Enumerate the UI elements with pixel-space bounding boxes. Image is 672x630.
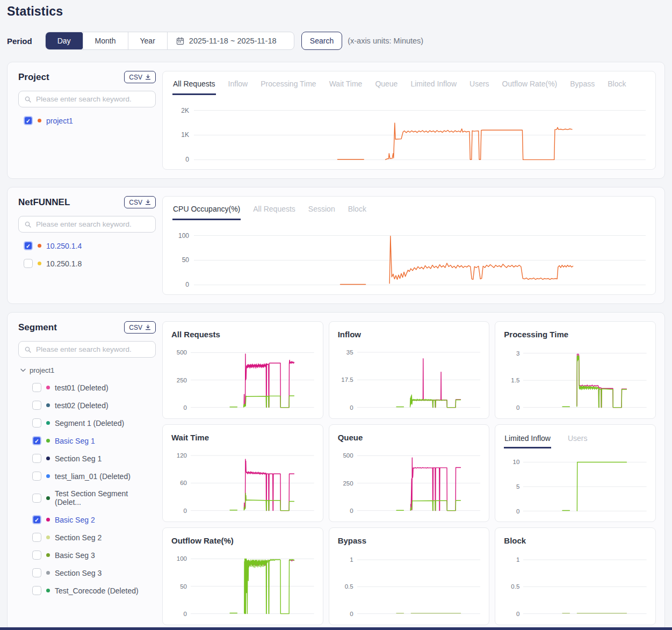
inflow-card: Inflow 3517.50: [329, 321, 490, 419]
netfunnel-panel-title: NetFUNNEL: [18, 197, 70, 208]
chart-tab[interactable]: Limited Inflow: [504, 433, 551, 448]
netfunnel-chart: 100500: [172, 226, 646, 290]
project-tree-item[interactable]: project1: [24, 116, 156, 125]
tree-item-label: Test Section Segment (Delet...: [55, 489, 156, 506]
project-search-input[interactable]: [36, 95, 150, 103]
chart-tab[interactable]: Block: [607, 78, 626, 95]
segment-tree-root[interactable]: project1: [20, 366, 156, 374]
segment-panel-title: Segment: [18, 322, 57, 333]
chart-tab[interactable]: All Requests: [252, 204, 296, 220]
segment-tree-item[interactable]: Section Seg 3: [32, 568, 156, 577]
series-color-dot: [38, 262, 41, 265]
series-color-dot: [46, 535, 50, 539]
mini-chart-title: Inflow: [338, 330, 481, 339]
segment-csv-button[interactable]: CSV: [124, 321, 156, 334]
segment-tree-item[interactable]: Section Seg 1: [32, 454, 156, 463]
chart-tab[interactable]: Wait Time: [329, 78, 363, 95]
checkbox[interactable]: [32, 436, 41, 445]
series-color-dot: [46, 457, 50, 460]
mini-chart-title: Processing Time: [504, 330, 647, 339]
chart-tab[interactable]: Session: [308, 204, 336, 220]
netfunnel-chart-tabs: CPU Occupancy(%)All RequestsSessionBlock: [172, 204, 646, 220]
chart-tab[interactable]: Inflow: [228, 78, 249, 95]
checkbox[interactable]: [32, 383, 41, 392]
tree-item-label: test01 (Deleted): [55, 383, 109, 392]
checkbox[interactable]: [32, 568, 41, 577]
calendar-icon: [176, 37, 184, 45]
checkbox[interactable]: [32, 533, 41, 542]
segment-search-input[interactable]: [36, 345, 150, 353]
outflow-rate-chart: 100500: [171, 549, 314, 619]
netfunnel-tree-item[interactable]: 10.250.1.4: [24, 241, 156, 250]
y-axis: 2K1K0: [172, 100, 194, 165]
period-option-button[interactable]: Month: [83, 32, 128, 49]
chart-tab[interactable]: Bypass: [569, 78, 595, 95]
series-color-dot: [46, 386, 50, 389]
segment-tree-item[interactable]: test02 (Deleted): [32, 401, 156, 410]
checkbox[interactable]: [32, 418, 41, 428]
chevron-down-icon: [20, 368, 26, 372]
chart-tab[interactable]: Outflow Rate(%): [502, 78, 558, 95]
series-color-dot: [46, 403, 50, 407]
segment-tree-item[interactable]: Test Section Segment (Delet...: [32, 489, 156, 506]
segment-tree: project1 test01 (Deleted) test02 (Delete…: [18, 366, 156, 595]
all-requests-card: All Requests 5002500: [162, 321, 323, 419]
period-option-button[interactable]: Day: [45, 32, 83, 50]
segment-tree-item[interactable]: test01 (Deleted): [32, 383, 156, 392]
wait-time-chart: 120600: [171, 446, 314, 516]
project-csv-button[interactable]: CSV: [124, 71, 156, 83]
segment-tree-item[interactable]: Segment 1 (Deleted): [32, 418, 156, 428]
series-color-dot: [46, 439, 50, 443]
segment-tree-item[interactable]: Basic Seg 1: [32, 436, 156, 445]
checkbox[interactable]: [32, 401, 41, 410]
outflow-rate-card: Outflow Rate(%) 100500: [162, 527, 323, 625]
series-color-dot: [46, 496, 50, 500]
checkbox[interactable]: [32, 472, 41, 481]
segment-tree-item[interactable]: Section Seg 2: [32, 533, 156, 542]
block-card: Block 10.50: [495, 527, 656, 625]
limited-inflow-card: Limited InflowUsers 1050: [495, 424, 656, 522]
segment-tree-item[interactable]: Test_Corecode (Deleted): [32, 586, 156, 595]
checkbox[interactable]: [24, 241, 33, 250]
queue-card: Queue 5002500: [329, 424, 490, 522]
chart-tab[interactable]: Limited Inflow: [410, 78, 457, 95]
checkbox[interactable]: [32, 551, 41, 560]
chart-tab[interactable]: Users: [567, 433, 588, 448]
checkbox[interactable]: [32, 586, 41, 595]
chart-tab[interactable]: All Requests: [172, 78, 216, 95]
mini-chart-title: All Requests: [171, 330, 314, 339]
netfunnel-chart-card: CPU Occupancy(%)All RequestsSessionBlock…: [162, 196, 656, 295]
period-option-button[interactable]: Year: [128, 32, 167, 49]
chart-tab[interactable]: CPU Occupancy(%): [172, 204, 241, 220]
checkbox[interactable]: [32, 515, 41, 524]
chart-tab[interactable]: Queue: [374, 78, 398, 95]
segment-tree-item[interactable]: Basic Seg 2: [32, 515, 156, 524]
tree-item-label: test02 (Deleted): [55, 401, 109, 410]
chart-tab[interactable]: Users: [469, 78, 490, 95]
netfunnel-panel: NetFUNNEL CSV 10.250.1.4: [7, 187, 665, 304]
segment-tree-item[interactable]: test_liam_01 (Deleted): [32, 472, 156, 481]
plot-area: [194, 100, 646, 165]
segment-tree-item[interactable]: Basic Seg 3: [32, 551, 156, 560]
checkbox[interactable]: [32, 494, 41, 503]
project-panel: Project CSV project1: [7, 62, 665, 179]
segment-search-box: [18, 341, 156, 358]
segment-panel: Segment CSV project1: [7, 312, 665, 630]
x-axis-units-note: (x-axis units: Minutes): [348, 37, 423, 45]
bypass-card: Bypass 10.50: [329, 527, 490, 625]
period-label: Period: [7, 37, 32, 46]
checkbox[interactable]: [24, 116, 33, 125]
checkbox[interactable]: [32, 454, 41, 463]
segment-item-list: test01 (Deleted) test02 (Deleted) Segmen…: [18, 383, 156, 595]
chart-tab[interactable]: Processing Time: [260, 78, 316, 95]
tree-item-label: Section Seg 3: [55, 569, 102, 577]
netfunnel-csv-button[interactable]: CSV: [124, 196, 156, 208]
netfunnel-tree-item[interactable]: 10.250.1.8: [24, 259, 156, 268]
netfunnel-search-input[interactable]: [36, 220, 150, 228]
search-button[interactable]: Search: [301, 32, 342, 50]
limited-inflow-card-tabs: Limited InflowUsers: [504, 433, 647, 448]
tree-item-label: test_liam_01 (Deleted): [55, 472, 131, 481]
checkbox[interactable]: [24, 259, 33, 268]
chart-tab[interactable]: Block: [348, 204, 367, 220]
date-range-picker[interactable]: 2025-11-18 ~ 2025-11-18: [167, 32, 294, 49]
